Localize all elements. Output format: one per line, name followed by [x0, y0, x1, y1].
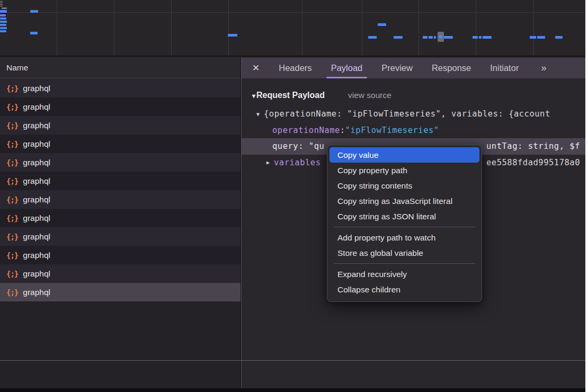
waterfall-request-bar — [0, 10, 7, 13]
root-object-preview: {operationName: "ipFlowTimeseries", vari… — [264, 109, 550, 119]
network-request-row[interactable]: {;}graphql — [0, 246, 240, 264]
waterfall-gridline — [362, 0, 362, 56]
json-braces-icon: {;} — [6, 270, 18, 278]
menu-item-copy-property-path[interactable]: Copy property path — [329, 163, 479, 178]
expand-triangle-icon[interactable]: ▶ — [266, 159, 270, 165]
request-name-label: graphql — [23, 176, 50, 186]
request-name-label: graphql — [23, 288, 50, 297]
query-text-left: query: "qu — [272, 141, 324, 151]
network-request-row[interactable]: {;}graphql — [0, 172, 240, 190]
overview-ruler-ticks — [0, 1, 3, 7]
request-payload-section-header: ▾Request Payload view source — [252, 91, 391, 100]
property-key: operationName — [272, 126, 340, 135]
tree-row-operation-name[interactable]: operationName: "ipFlowTimeseries" — [242, 122, 585, 139]
menu-item-collapse-children[interactable]: Collapse children — [329, 282, 479, 297]
waterfall-request-bar — [0, 24, 6, 26]
json-braces-icon: {;} — [6, 121, 18, 130]
property-key: variables — [274, 158, 321, 167]
tree-row-root[interactable]: ▼ {operationName: "ipFlowTimeseries", va… — [242, 106, 585, 122]
waterfall-request-bar — [368, 36, 377, 39]
menu-item-expand-recursively[interactable]: Expand recursively — [329, 266, 479, 282]
menu-item-copy-string-as-json-literal[interactable]: Copy string as JSON literal — [329, 209, 479, 224]
property-value-string: "ipFlowTimeseries" — [345, 126, 439, 135]
tab-initiator[interactable]: Initiator — [490, 58, 519, 78]
waterfall-request-bar — [429, 36, 433, 39]
variables-preview-fragment: ee5588fdad995178a0 — [486, 155, 580, 171]
network-request-row[interactable]: {;}graphql — [0, 227, 240, 246]
waterfall-selected-marker — [438, 32, 444, 42]
json-braces-icon: {;} — [6, 177, 18, 185]
request-name-label: graphql — [23, 213, 50, 223]
network-request-row[interactable]: {;}graphql — [0, 135, 240, 153]
waterfall-selected-bar — [439, 35, 443, 38]
waterfall-request-bar — [0, 30, 6, 32]
network-request-row[interactable]: {;}graphql — [0, 283, 240, 301]
json-braces-icon: {;} — [6, 288, 18, 297]
waterfall-request-bar — [530, 36, 536, 39]
waterfall-request-bar — [0, 17, 6, 20]
request-name-label: graphql — [23, 269, 50, 279]
waterfall-request-bar — [394, 36, 403, 39]
network-request-row[interactable]: {;}graphql — [0, 153, 240, 172]
tab-preview[interactable]: Preview — [381, 58, 413, 78]
request-name-label: graphql — [23, 195, 50, 204]
tab-headers[interactable]: Headers — [279, 58, 311, 78]
devtools-window: Name {;}graphql{;}graphql{;}graphql{;}gr… — [0, 0, 588, 392]
waterfall-request-bar — [479, 36, 482, 39]
network-request-row[interactable]: {;}graphql — [0, 116, 240, 135]
waterfall-request-bar — [444, 36, 453, 39]
network-request-row[interactable]: {;}graphql — [0, 97, 240, 116]
request-name-label: graphql — [23, 158, 50, 167]
waterfall-request-bar — [434, 36, 436, 39]
summary-bar-separator — [0, 360, 585, 361]
menu-item-store-as-global-variable[interactable]: Store as global variable — [329, 245, 479, 261]
request-name-label: graphql — [23, 84, 50, 93]
menu-separator — [334, 227, 475, 227]
json-braces-icon: {;} — [6, 251, 18, 260]
json-braces-icon: {;} — [6, 84, 18, 93]
waterfall-request-bar — [378, 23, 386, 26]
waterfall-request-bar — [473, 36, 478, 39]
waterfall-gridline — [533, 0, 534, 56]
waterfall-gridline — [302, 0, 302, 56]
menu-item-add-property-path-to-watch[interactable]: Add property path to watch — [329, 230, 479, 245]
network-request-row[interactable]: {;}graphql — [0, 79, 240, 97]
tab-payload[interactable]: Payload — [331, 58, 363, 78]
waterfall-request-bar — [0, 21, 7, 23]
json-braces-icon: {;} — [6, 195, 18, 204]
waterfall-request-bar — [0, 27, 7, 29]
json-braces-icon: {;} — [6, 158, 18, 167]
detail-tabbar: ✕ HeadersPayloadPreviewResponseInitiator… — [242, 58, 585, 78]
network-request-row[interactable]: {;}graphql — [0, 209, 240, 227]
network-request-list-panel: Name {;}graphql{;}graphql{;}graphql{;}gr… — [0, 58, 240, 388]
waterfall-request-bar — [30, 10, 38, 13]
name-column-header[interactable]: Name — [0, 58, 240, 78]
request-name-label: graphql — [23, 232, 50, 242]
waterfall-gridline — [171, 0, 172, 56]
request-name-label: graphql — [23, 121, 50, 130]
waterfall-gridline — [114, 0, 114, 56]
query-text-right-fragment: untTag: string, $f — [486, 138, 580, 155]
request-payload-title[interactable]: ▾Request Payload — [252, 91, 325, 100]
network-request-row[interactable]: {;}graphql — [0, 264, 240, 283]
waterfall-gridline — [476, 0, 476, 56]
close-icon[interactable]: ✕ — [252, 63, 260, 74]
menu-item-copy-value[interactable]: Copy value — [329, 147, 479, 163]
view-source-link[interactable]: view source — [348, 91, 391, 100]
tab-response[interactable]: Response — [432, 58, 471, 78]
waterfall-request-bar — [423, 36, 427, 39]
menu-item-copy-string-as-javascript-literal[interactable]: Copy string as JavaScript literal — [329, 193, 479, 209]
waterfall-request-bar — [228, 34, 237, 37]
more-tabs-icon[interactable]: » — [541, 63, 545, 74]
waterfall-request-bar — [537, 36, 545, 39]
waterfall-request-bar — [483, 36, 492, 39]
network-overview-waterfall[interactable] — [0, 0, 585, 57]
request-name-label: graphql — [23, 139, 50, 149]
page-right-edge — [585, 0, 588, 392]
network-request-row[interactable]: {;}graphql — [0, 190, 240, 209]
waterfall-request-bar — [555, 36, 563, 39]
menu-item-copy-string-contents[interactable]: Copy string contents — [329, 178, 479, 193]
waterfall-gridline — [418, 0, 419, 56]
expand-triangle-icon[interactable]: ▼ — [256, 111, 260, 117]
waterfall-request-bar — [30, 32, 38, 34]
